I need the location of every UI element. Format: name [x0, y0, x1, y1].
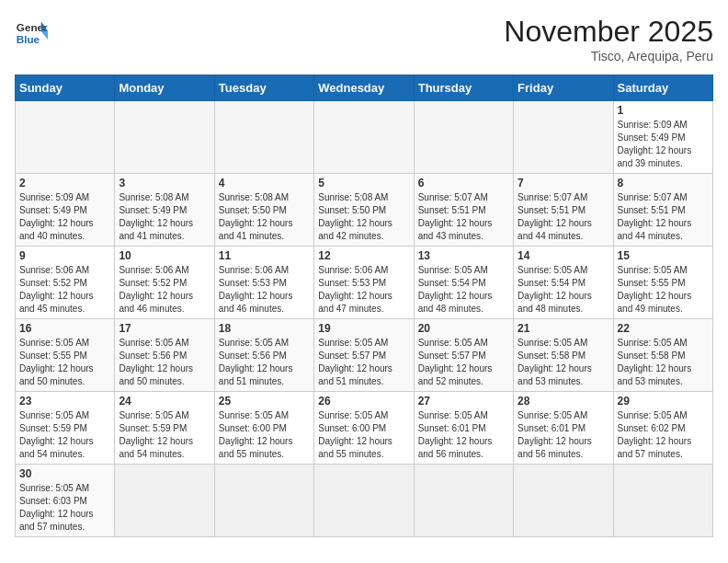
- calendar-week-6: 30Sunrise: 5:05 AMSunset: 6:03 PMDayligh…: [16, 465, 713, 537]
- calendar-cell: [115, 465, 214, 537]
- day-info: Sunrise: 5:08 AMSunset: 5:49 PMDaylight:…: [119, 191, 210, 243]
- day-info: Sunrise: 5:09 AMSunset: 5:49 PMDaylight:…: [618, 119, 709, 170]
- title-block: November 2025 Tisco, Arequipa, Peru: [504, 15, 713, 63]
- day-number: 30: [19, 467, 110, 480]
- calendar-cell: 26Sunrise: 5:05 AMSunset: 6:00 PMDayligh…: [314, 392, 414, 465]
- day-info: Sunrise: 5:05 AMSunset: 5:56 PMDaylight:…: [119, 337, 210, 388]
- day-info: Sunrise: 5:06 AMSunset: 5:53 PMDaylight:…: [318, 264, 409, 316]
- day-number: 25: [219, 395, 310, 408]
- day-number: 19: [318, 322, 409, 335]
- day-number: 10: [119, 249, 210, 262]
- day-number: 5: [318, 177, 409, 190]
- day-info: Sunrise: 5:05 AMSunset: 5:59 PMDaylight:…: [119, 409, 210, 461]
- calendar-week-3: 9Sunrise: 5:06 AMSunset: 5:52 PMDaylight…: [16, 247, 713, 319]
- day-number: 16: [19, 322, 110, 335]
- calendar-cell: 20Sunrise: 5:05 AMSunset: 5:57 PMDayligh…: [414, 319, 513, 392]
- day-info: Sunrise: 5:07 AMSunset: 5:51 PMDaylight:…: [418, 191, 509, 243]
- day-info: Sunrise: 5:07 AMSunset: 5:51 PMDaylight:…: [518, 191, 609, 243]
- day-number: 13: [418, 249, 509, 262]
- svg-marker-3: [41, 31, 48, 40]
- calendar-cell: 2Sunrise: 5:09 AMSunset: 5:49 PMDaylight…: [16, 174, 115, 247]
- calendar-cell: 24Sunrise: 5:05 AMSunset: 5:59 PMDayligh…: [115, 392, 214, 465]
- calendar-cell: 18Sunrise: 5:05 AMSunset: 5:56 PMDayligh…: [214, 319, 313, 392]
- day-info: Sunrise: 5:07 AMSunset: 5:51 PMDaylight:…: [618, 191, 709, 243]
- day-info: Sunrise: 5:05 AMSunset: 5:55 PMDaylight:…: [19, 337, 110, 388]
- calendar-cell: 9Sunrise: 5:06 AMSunset: 5:52 PMDaylight…: [16, 247, 115, 319]
- calendar-cell: 12Sunrise: 5:06 AMSunset: 5:53 PMDayligh…: [314, 247, 414, 319]
- calendar-cell: 5Sunrise: 5:08 AMSunset: 5:50 PMDaylight…: [314, 174, 414, 247]
- day-number: 18: [219, 322, 310, 335]
- day-info: Sunrise: 5:05 AMSunset: 5:55 PMDaylight:…: [618, 264, 709, 316]
- weekday-header-row: SundayMondayTuesdayWednesdayThursdayFrid…: [16, 75, 713, 101]
- day-number: 20: [418, 322, 509, 335]
- day-number: 27: [418, 395, 509, 408]
- calendar-cell: 28Sunrise: 5:05 AMSunset: 6:01 PMDayligh…: [514, 392, 613, 465]
- calendar-cell: [16, 101, 115, 174]
- day-number: 4: [219, 177, 310, 190]
- weekday-header-tuesday: Tuesday: [214, 75, 313, 101]
- calendar-cell: 11Sunrise: 5:06 AMSunset: 5:53 PMDayligh…: [214, 247, 313, 319]
- day-number: 17: [119, 322, 210, 335]
- day-info: Sunrise: 5:09 AMSunset: 5:49 PMDaylight:…: [19, 191, 110, 243]
- day-info: Sunrise: 5:08 AMSunset: 5:50 PMDaylight:…: [219, 191, 310, 243]
- day-number: 1: [618, 104, 709, 117]
- calendar-cell: 29Sunrise: 5:05 AMSunset: 6:02 PMDayligh…: [613, 392, 712, 465]
- calendar-cell: 8Sunrise: 5:07 AMSunset: 5:51 PMDaylight…: [613, 174, 712, 247]
- calendar-week-1: 1Sunrise: 5:09 AMSunset: 5:49 PMDaylight…: [16, 101, 713, 174]
- calendar-cell: 16Sunrise: 5:05 AMSunset: 5:55 PMDayligh…: [16, 319, 115, 392]
- calendar-cell: 14Sunrise: 5:05 AMSunset: 5:54 PMDayligh…: [514, 247, 613, 319]
- day-number: 24: [119, 395, 210, 408]
- calendar-cell: 30Sunrise: 5:05 AMSunset: 6:03 PMDayligh…: [16, 465, 115, 537]
- day-info: Sunrise: 5:05 AMSunset: 5:59 PMDaylight:…: [19, 409, 110, 461]
- calendar-cell: 21Sunrise: 5:05 AMSunset: 5:58 PMDayligh…: [514, 319, 613, 392]
- calendar-cell: 6Sunrise: 5:07 AMSunset: 5:51 PMDaylight…: [414, 174, 513, 247]
- calendar-cell: 23Sunrise: 5:05 AMSunset: 5:59 PMDayligh…: [16, 392, 115, 465]
- calendar-cell: 4Sunrise: 5:08 AMSunset: 5:50 PMDaylight…: [214, 174, 313, 247]
- calendar-cell: [214, 101, 313, 174]
- day-number: 22: [618, 322, 709, 335]
- day-number: 23: [19, 395, 110, 408]
- calendar-cell: 27Sunrise: 5:05 AMSunset: 6:01 PMDayligh…: [414, 392, 513, 465]
- day-number: 8: [618, 177, 709, 190]
- day-number: 21: [518, 322, 609, 335]
- weekday-header-thursday: Thursday: [414, 75, 513, 101]
- day-number: 26: [318, 395, 409, 408]
- calendar-table: SundayMondayTuesdayWednesdayThursdayFrid…: [15, 75, 713, 537]
- calendar-cell: [414, 465, 513, 537]
- day-number: 14: [518, 249, 609, 262]
- svg-text:Blue: Blue: [17, 33, 40, 45]
- logo: General Blue: [15, 15, 48, 48]
- weekday-header-friday: Friday: [514, 75, 613, 101]
- calendar-week-2: 2Sunrise: 5:09 AMSunset: 5:49 PMDaylight…: [16, 174, 713, 247]
- calendar-week-5: 23Sunrise: 5:05 AMSunset: 5:59 PMDayligh…: [16, 392, 713, 465]
- day-number: 7: [518, 177, 609, 190]
- day-info: Sunrise: 5:06 AMSunset: 5:53 PMDaylight:…: [219, 264, 310, 316]
- calendar-cell: 19Sunrise: 5:05 AMSunset: 5:57 PMDayligh…: [314, 319, 414, 392]
- calendar-cell: [414, 101, 513, 174]
- day-number: 12: [318, 249, 409, 262]
- calendar-cell: 17Sunrise: 5:05 AMSunset: 5:56 PMDayligh…: [115, 319, 214, 392]
- weekday-header-sunday: Sunday: [16, 75, 115, 101]
- location: Tisco, Arequipa, Peru: [504, 49, 713, 63]
- day-info: Sunrise: 5:05 AMSunset: 6:01 PMDaylight:…: [418, 409, 509, 461]
- calendar-cell: [214, 465, 313, 537]
- weekday-header-saturday: Saturday: [613, 75, 712, 101]
- day-info: Sunrise: 5:05 AMSunset: 5:57 PMDaylight:…: [418, 337, 509, 388]
- calendar-cell: [514, 101, 613, 174]
- calendar-cell: [314, 465, 414, 537]
- day-info: Sunrise: 5:05 AMSunset: 6:01 PMDaylight:…: [518, 409, 609, 461]
- day-info: Sunrise: 5:05 AMSunset: 5:56 PMDaylight:…: [219, 337, 310, 388]
- month-title: November 2025: [504, 15, 713, 49]
- calendar-cell: [613, 465, 712, 537]
- calendar-cell: 22Sunrise: 5:05 AMSunset: 5:58 PMDayligh…: [613, 319, 712, 392]
- calendar-cell: 7Sunrise: 5:07 AMSunset: 5:51 PMDaylight…: [514, 174, 613, 247]
- day-info: Sunrise: 5:05 AMSunset: 6:00 PMDaylight:…: [318, 409, 409, 461]
- day-info: Sunrise: 5:05 AMSunset: 5:57 PMDaylight:…: [318, 337, 409, 388]
- day-number: 15: [618, 249, 709, 262]
- calendar-cell: 25Sunrise: 5:05 AMSunset: 6:00 PMDayligh…: [214, 392, 313, 465]
- calendar-cell: [314, 101, 414, 174]
- weekday-header-monday: Monday: [115, 75, 214, 101]
- calendar-cell: 3Sunrise: 5:08 AMSunset: 5:49 PMDaylight…: [115, 174, 214, 247]
- day-info: Sunrise: 5:05 AMSunset: 5:58 PMDaylight:…: [618, 337, 709, 388]
- page-header: General Blue November 2025 Tisco, Arequi…: [15, 15, 713, 63]
